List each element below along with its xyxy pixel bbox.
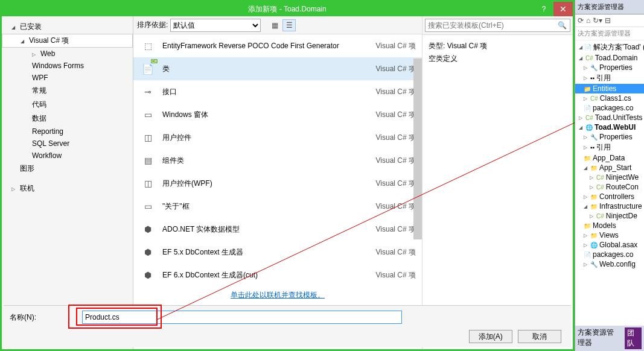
tree-workflow[interactable]: Workflow bbox=[2, 150, 133, 162]
template-icon: 📄C# bbox=[139, 60, 156, 77]
template-name: EF 6.x DbContext 生成器(cut) bbox=[162, 270, 376, 280]
side-header: 方案资源管理器 bbox=[575, 0, 644, 14]
tree-general[interactable]: 常规 bbox=[2, 84, 133, 98]
solution-node[interactable]: ◢📄解决方案'Toad' (3 个 bbox=[575, 42, 644, 53]
file-routecon[interactable]: ▷C#RouteCon bbox=[575, 182, 644, 192]
tree-wpf[interactable]: WPF bbox=[2, 72, 133, 84]
file-packages-2[interactable]: 📄packages.co bbox=[575, 250, 644, 259]
template-lang: Visual C# 项 bbox=[376, 224, 416, 235]
name-input[interactable] bbox=[82, 311, 402, 324]
entities-folder[interactable]: 📁Entities bbox=[575, 84, 644, 93]
tree-data[interactable]: 数据 bbox=[2, 112, 133, 125]
template-name: ADO.NET 实体数据模型 bbox=[162, 224, 376, 235]
template-name: 用户控件(WPF) bbox=[162, 179, 376, 189]
template-list[interactable]: ⬚EntityFramework Reverse POCO Code First… bbox=[133, 34, 422, 349]
tree-online[interactable]: 联机 bbox=[2, 182, 133, 195]
template-icon: ◫ bbox=[139, 175, 156, 192]
project-webui[interactable]: ◢🌐Toad.WebUI bbox=[575, 122, 644, 132]
folder-appstart[interactable]: ◢📁App_Start bbox=[575, 163, 644, 172]
template-icon: ▭ bbox=[139, 198, 156, 215]
solution-explorer: 方案资源管理器 ⟳ ⌂ ↻▾ ⊟ 决方案资源管理器 ◢📄解决方案'Toad' (… bbox=[575, 0, 644, 351]
search-input[interactable] bbox=[425, 19, 570, 32]
sort-dropdown[interactable]: 默认值 bbox=[170, 19, 261, 32]
search-icon[interactable]: 🔍 bbox=[558, 21, 567, 30]
tree-web[interactable]: Web bbox=[2, 48, 133, 60]
file-ninjectde[interactable]: ▷C#NinjectDe bbox=[575, 211, 644, 221]
tree-winforms[interactable]: Windows Forms bbox=[2, 60, 133, 72]
file-globalasax[interactable]: ▷🌐Global.asax bbox=[575, 240, 644, 250]
tree-vcsharp[interactable]: Visual C# 项 bbox=[2, 34, 133, 48]
sync-icon[interactable]: ↻▾ bbox=[593, 16, 602, 25]
properties-node[interactable]: ▷🔧Properties bbox=[575, 63, 644, 72]
bottom-bar: 名称(N): 添加(A) 取消 bbox=[4, 305, 571, 347]
online-search-link[interactable]: 单击此处以联机并查找模板。 bbox=[231, 291, 325, 299]
template-row[interactable]: ◫用户控件(WPF)Visual C# 项 bbox=[133, 172, 422, 195]
template-icon: ⬢ bbox=[139, 267, 156, 283]
template-name: 用户控件 bbox=[162, 133, 376, 143]
view-tiles-icon[interactable]: ▦ bbox=[268, 19, 281, 31]
side-footer-tab2[interactable]: 团队 bbox=[625, 327, 642, 349]
template-icon: ◫ bbox=[139, 129, 156, 146]
template-name: 组件类 bbox=[162, 156, 376, 166]
properties-node-2[interactable]: ▷🔧Properties bbox=[575, 132, 644, 142]
dialog-title: 添加新项 - Toad.Domain bbox=[4, 4, 570, 14]
name-label: 名称(N): bbox=[10, 312, 70, 323]
tree-graphics[interactable]: 图形 bbox=[2, 162, 133, 176]
template-lang: Visual C# 项 bbox=[376, 270, 416, 280]
tree-code[interactable]: 代码 bbox=[2, 98, 133, 112]
file-class1[interactable]: ▷C#Class1.cs bbox=[575, 93, 644, 103]
template-row[interactable]: ⊸接口Visual C# 项 bbox=[133, 80, 422, 103]
template-row[interactable]: ⬢EF 6.x DbContext 生成器(cut)Visual C# 项 bbox=[133, 264, 422, 286]
view-list-icon[interactable]: ☰ bbox=[282, 19, 296, 31]
template-name: Windows 窗体 bbox=[162, 110, 376, 120]
file-packages[interactable]: 📄packages.co bbox=[575, 103, 644, 113]
tree-reporting[interactable]: Reporting bbox=[2, 125, 133, 138]
side-search[interactable]: 决方案资源管理器 bbox=[575, 27, 644, 40]
folder-controllers[interactable]: ▷📁Controllers bbox=[575, 192, 644, 201]
references-node-2[interactable]: ▷▪▪引用 bbox=[575, 142, 644, 153]
template-lang: Visual C# 项 bbox=[376, 110, 416, 120]
project-toad-domain[interactable]: ◢C#Toad.Domain bbox=[575, 53, 644, 63]
refresh-icon[interactable]: ⟳ bbox=[578, 16, 584, 25]
file-ninjectwe[interactable]: ▷C#NinjectWe bbox=[575, 172, 644, 182]
template-lang: Visual C# 项 bbox=[376, 201, 416, 212]
template-icon: ⊸ bbox=[139, 83, 156, 100]
home-icon[interactable]: ⌂ bbox=[586, 16, 590, 25]
template-row[interactable]: ▭"关于"框Visual C# 项 bbox=[133, 195, 422, 218]
tree-sqlserver[interactable]: SQL Server bbox=[2, 138, 133, 150]
project-unittests[interactable]: ▷C#Toad.UnitTests bbox=[575, 113, 644, 122]
tree-installed[interactable]: 已安装 bbox=[2, 20, 133, 34]
folder-appdata[interactable]: 📁App_Data bbox=[575, 153, 644, 163]
side-toolbar: ⟳ ⌂ ↻▾ ⊟ bbox=[575, 14, 644, 27]
template-lang: Visual C# 项 bbox=[376, 64, 416, 74]
type-row: 类型: Visual C# 项 bbox=[429, 41, 567, 51]
template-row[interactable]: ▤组件类Visual C# 项 bbox=[133, 149, 422, 172]
file-webconfig[interactable]: ▷🔧Web.config bbox=[575, 259, 644, 269]
scrollbar-thumb[interactable] bbox=[413, 58, 422, 239]
folder-infrastructure[interactable]: ◢📁Infrastructure bbox=[575, 201, 644, 211]
template-lang: Visual C# 项 bbox=[376, 156, 416, 166]
template-lang: Visual C# 项 bbox=[376, 133, 416, 143]
template-row[interactable]: ▭Windows 窗体Visual C# 项 bbox=[133, 103, 422, 126]
template-icon: ⬢ bbox=[139, 221, 156, 238]
template-row[interactable]: ◫用户控件Visual C# 项 bbox=[133, 126, 422, 149]
template-row[interactable]: ⬢EF 5.x DbContext 生成器Visual C# 项 bbox=[133, 241, 422, 264]
cancel-button[interactable]: 取消 bbox=[518, 330, 561, 343]
folder-models[interactable]: 📁Models bbox=[575, 221, 644, 230]
folder-views[interactable]: ▷📁Views bbox=[575, 230, 644, 240]
template-lang: Visual C# 项 bbox=[376, 41, 416, 51]
template-row[interactable]: ⬢ADO.NET 实体数据模型Visual C# 项 bbox=[133, 218, 422, 241]
help-button[interactable]: ? bbox=[534, 2, 553, 16]
references-node[interactable]: ▷▪▪引用 bbox=[575, 72, 644, 84]
close-button[interactable]: ✕ bbox=[553, 2, 573, 16]
template-lang: Visual C# 项 bbox=[376, 87, 416, 97]
template-pane: 排序依据: 默认值 ▦ ☰ ⬚EntityFramework Reverse P… bbox=[133, 16, 422, 349]
category-tree: 已安装 Visual C# 项 Web Windows Forms WPF 常规… bbox=[2, 16, 133, 349]
template-row[interactable]: ⬚EntityFramework Reverse POCO Code First… bbox=[133, 34, 422, 57]
template-row[interactable]: 📄C#类Visual C# 项 bbox=[133, 57, 422, 80]
add-button[interactable]: 添加(A) bbox=[469, 330, 512, 343]
side-footer-tab1[interactable]: 方案资源管理器 bbox=[578, 327, 621, 349]
project-tree: ◢📄解决方案'Toad' (3 个 ◢C#Toad.Domain ▷🔧Prope… bbox=[575, 40, 644, 270]
collapse-icon[interactable]: ⊟ bbox=[605, 16, 611, 25]
template-name: "关于"框 bbox=[162, 201, 376, 212]
